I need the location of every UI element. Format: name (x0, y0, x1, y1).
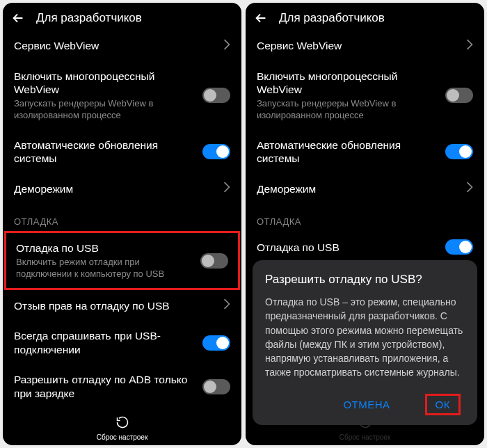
section-debug: ОТЛАДКА (257, 204, 473, 231)
row-multiprocess-webview[interactable]: Включить многопроцессный WebView Запуска… (257, 61, 473, 130)
toggle-multiprocess-webview[interactable] (445, 88, 473, 103)
section-debug: ОТЛАДКА (14, 204, 230, 231)
header: Для разработчиков (3, 3, 241, 31)
dialog-title: Разрешить отладку по USB? (265, 273, 465, 287)
toggle-usb-debugging[interactable] (200, 253, 228, 269)
chevron-right-icon (466, 39, 473, 53)
toggle-multiprocess-webview[interactable] (202, 88, 230, 103)
screenshot-left: Для разработчиков Сервис WebView Включит… (3, 3, 241, 445)
row-webview-service[interactable]: Сервис WebView (14, 31, 230, 61)
row-demo-mode[interactable]: Деморежим (257, 173, 473, 204)
page-title: Для разработчиков (36, 11, 142, 25)
cancel-button[interactable]: ОТМЕНА (336, 394, 397, 415)
chevron-right-icon (223, 182, 230, 195)
page-title: Для разработчиков (279, 11, 385, 25)
toggle-always-ask-usb[interactable] (202, 335, 230, 351)
row-always-ask-usb[interactable]: Всегда спрашивать при USB-подключении (14, 321, 230, 365)
toggle-auto-updates[interactable] (202, 144, 230, 159)
toggle-auto-updates[interactable] (445, 144, 473, 159)
footer-reset[interactable]: Сброс настроек (3, 413, 241, 445)
back-arrow-icon[interactable] (10, 10, 26, 26)
settings-list: Сервис WebView Включить многопроцессный … (3, 31, 241, 413)
chevron-right-icon (223, 39, 230, 53)
back-arrow-icon[interactable] (253, 10, 269, 26)
chevron-right-icon (466, 182, 473, 195)
ok-button[interactable]: ОК (433, 397, 453, 412)
screenshot-right: Для разработчиков Сервис WebView Включит… (246, 3, 484, 445)
highlight-usb-debugging: Отладка по USB Включить режим отладки пр… (4, 231, 240, 290)
row-webview-service[interactable]: Сервис WebView (257, 31, 473, 61)
row-usb-debugging[interactable]: Отладка по USB (257, 231, 473, 263)
toggle-adb-only-charging[interactable] (202, 379, 230, 394)
row-revoke-usb-auth[interactable]: Отзыв прав на отладку по USB (14, 290, 230, 321)
row-adb-only-charging[interactable]: Разрешить отладку по ADB только при заря… (14, 365, 230, 408)
row-auto-system-updates[interactable]: Автоматические обновления системы (257, 130, 473, 174)
footer-reset-label: Сброс настроек (3, 433, 241, 441)
dialog-overlay: Разрешить отладку по USB? Отладка по USB… (246, 260, 484, 445)
reset-icon (115, 415, 129, 432)
dialog-body: Отладка по USB – это режим, специально п… (265, 295, 465, 380)
toggle-usb-debugging[interactable] (445, 239, 473, 255)
header: Для разработчиков (246, 3, 484, 31)
row-multiprocess-webview[interactable]: Включить многопроцессный WebView Запуска… (14, 61, 230, 130)
row-auto-system-updates[interactable]: Автоматические обновления системы (14, 130, 230, 174)
usb-debug-dialog: Разрешить отладку по USB? Отладка по USB… (253, 260, 477, 425)
chevron-right-icon (223, 298, 230, 312)
row-demo-mode[interactable]: Деморежим (14, 173, 230, 204)
highlight-ok-button: ОК (425, 394, 461, 415)
row-usb-debugging[interactable]: Отладка по USB Включить режим отладки пр… (16, 239, 228, 282)
dialog-actions: ОТМЕНА ОК (265, 391, 465, 418)
